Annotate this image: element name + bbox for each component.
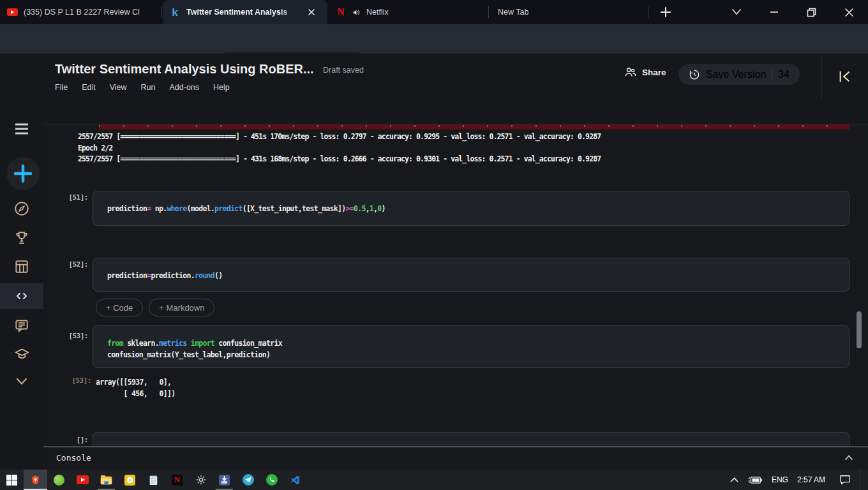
sidebar-create-button[interactable] (6, 157, 40, 190)
new-tab-button[interactable] (659, 5, 673, 19)
screen: (335) DS P L1 B 2227 Review Cl k Twitter… (0, 0, 868, 490)
save-version-divider (772, 68, 772, 81)
notification-center-icon[interactable] (839, 475, 851, 485)
sidebar-item-home[interactable] (0, 196, 43, 221)
truncated-warning-output (99, 124, 849, 130)
kaggle-sidebar (0, 54, 43, 470)
add-markdown-button[interactable]: + Markdown (149, 299, 214, 316)
battery-charging-icon[interactable] (747, 476, 763, 484)
taskbar-brave[interactable] (24, 470, 47, 490)
netflix-favicon: N (335, 6, 347, 18)
cell-output: array([[5937, 0], [ 456, 0]]) (96, 376, 175, 399)
cell-execution-label: [51]: (49, 193, 88, 202)
minimize-button[interactable] (760, 0, 789, 24)
cell-execution-label: []: (49, 436, 88, 444)
tab-new-tab[interactable]: New Tab (491, 0, 648, 24)
tray-expand-chevron-icon[interactable] (730, 477, 738, 482)
tab-netflix[interactable]: N Netflix (329, 0, 488, 24)
taskbar-notes-app[interactable] (142, 470, 165, 490)
menu-addons[interactable]: Add-ons (170, 83, 200, 92)
version-count[interactable]: 34 (778, 69, 789, 80)
tab-kaggle-active[interactable]: k Twitter Sentiment Analysis (163, 0, 327, 24)
taskbar-installer[interactable] (213, 470, 236, 490)
taskbar-youtube[interactable] (71, 470, 94, 490)
menu-view[interactable]: View (110, 83, 127, 92)
tab-title: New Tab (498, 8, 528, 17)
restore-button[interactable] (797, 0, 826, 24)
notebook-scrollbar-thumb[interactable] (857, 311, 862, 348)
empty-code-cell[interactable] (93, 432, 849, 447)
taskbar-green-ball-app[interactable] (47, 470, 71, 490)
windows-taskbar: N ENG 2:57 AM (0, 470, 868, 490)
sidebar-item-learn[interactable] (0, 341, 43, 367)
console-bar[interactable]: Console (43, 447, 868, 470)
menu-help[interactable]: Help (213, 83, 230, 92)
tab-title: (335) DS P L1 B 2227 Review Cl (24, 8, 140, 17)
tab-audio-icon[interactable] (352, 8, 361, 17)
cell-execution-label: [52]: (49, 260, 88, 269)
sidebar-item-datasets[interactable] (0, 254, 43, 279)
add-code-button[interactable]: + Code (96, 299, 143, 316)
language-indicator[interactable]: ENG (772, 475, 788, 484)
save-version-label: Save Version (706, 69, 766, 80)
save-version-button[interactable]: Save Version 34 (678, 64, 800, 85)
taskbar-file-explorer[interactable] (94, 470, 118, 490)
notebook-content: 2557/2557 [=============================… (43, 124, 868, 447)
close-window-button[interactable] (834, 0, 864, 24)
console-expand-chevron-icon[interactable] (844, 455, 853, 461)
sidebar-item-code[interactable] (0, 283, 43, 309)
start-button[interactable] (0, 470, 24, 490)
taskbar-netflix[interactable]: N (165, 470, 189, 490)
taskbar-settings[interactable] (189, 470, 213, 490)
sidebar-menu-button[interactable] (0, 116, 43, 142)
notebook-toolbar: Run All Code Draft Session off (run a ce… (43, 99, 868, 124)
code-cell-53[interactable]: from sklearn.metrics import confusion_ma… (93, 325, 849, 368)
browser-toolbar: https://w... Fc ∞ (0, 24, 868, 54)
kaggle-favicon: k (169, 6, 181, 18)
collapse-panel-button[interactable] (822, 54, 868, 99)
output-label: [53]: (52, 376, 91, 385)
taskbar-whatsapp[interactable] (260, 470, 283, 490)
youtube-favicon (6, 6, 18, 18)
add-cell-buttons: + Code + Markdown (96, 299, 214, 316)
show-desktop-strip[interactable] (860, 470, 863, 490)
menu-run[interactable]: Run (141, 83, 156, 92)
taskbar-vscode[interactable] (283, 470, 307, 490)
tab-search-chevron-icon[interactable] (731, 8, 742, 16)
draft-status: Draft saved (323, 66, 364, 75)
training-output: 2557/2557 [=============================… (78, 131, 601, 165)
tab-close-icon[interactable] (307, 8, 316, 17)
tab-divider (648, 6, 648, 18)
tab-youtube[interactable]: (335) DS P L1 B 2227 Review Cl (0, 0, 161, 24)
sidebar-more-chevron-icon[interactable] (0, 369, 43, 394)
browser-tab-bar: (335) DS P L1 B 2227 Review Cl k Twitter… (0, 0, 868, 24)
clock[interactable]: 2:57 AM (797, 475, 825, 484)
code-cell-52[interactable]: prediction=prediction.round() (93, 258, 849, 292)
tab-divider (161, 6, 162, 18)
code-cell-51[interactable]: prediction= np.where(model.predict([X_te… (93, 191, 849, 226)
notebook-title[interactable]: Twitter Sentiment Analysis Using RoBER..… (55, 62, 314, 77)
console-label: Console (56, 453, 91, 463)
tab-divider (488, 6, 489, 18)
taskbar-media-player[interactable] (118, 470, 142, 490)
notebook-header: Twitter Sentiment Analysis Using RoBER..… (43, 54, 822, 99)
taskbar-telegram[interactable] (236, 470, 260, 490)
menu-file[interactable]: File (55, 83, 68, 92)
tab-title: Twitter Sentiment Analysis (186, 8, 301, 17)
share-button[interactable]: Share (624, 66, 666, 78)
menu-edit[interactable]: Edit (82, 83, 96, 92)
notebook-menu-bar: File Edit View Run Add-ons Help (55, 83, 230, 92)
cell-execution-label: [53]: (49, 332, 88, 340)
sidebar-item-discussions[interactable] (0, 313, 43, 338)
tab-title: Netflix (366, 8, 389, 17)
sidebar-item-competitions[interactable] (0, 225, 43, 251)
system-tray: ENG 2:57 AM (730, 470, 868, 490)
